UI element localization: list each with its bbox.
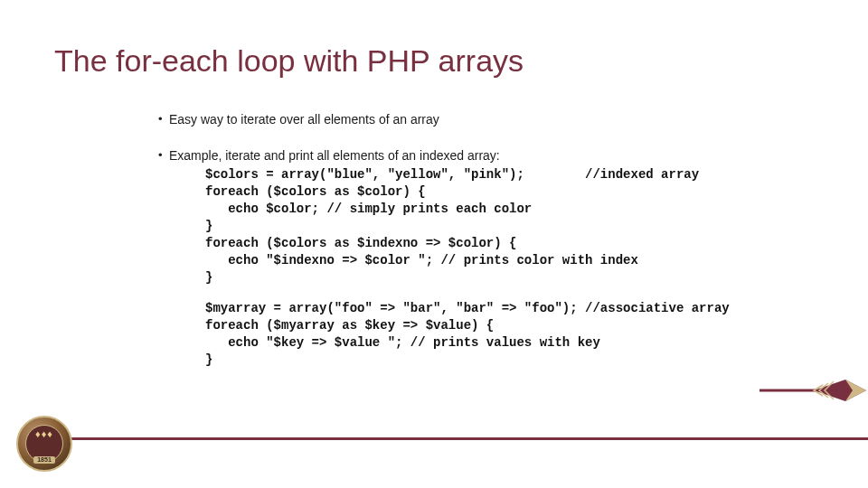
code-block-associative: $myarray = array("foo" => "bar", "bar" =… [205, 300, 814, 369]
university-seal-icon: ♦♦♦ 1851 [16, 416, 72, 472]
spear-icon [760, 372, 868, 408]
footer-divider [71, 437, 868, 441]
slide-content: Easy way to iterate over all elements of… [158, 111, 814, 369]
divider-line [71, 437, 868, 440]
slide-title: The for-each loop with PHP arrays [54, 43, 814, 79]
bullet-item: Example, iterate and print all elements … [158, 147, 814, 369]
bullet-text: Easy way to iterate over all elements of… [169, 112, 439, 127]
code-block-indexed: $colors = array("blue", "yellow", "pink"… [205, 166, 814, 286]
bullet-text: Example, iterate and print all elements … [169, 148, 500, 163]
bullet-item: Easy way to iterate over all elements of… [158, 111, 814, 129]
slide: The for-each loop with PHP arrays Easy w… [0, 0, 868, 488]
seal-year: 1851 [33, 456, 55, 464]
